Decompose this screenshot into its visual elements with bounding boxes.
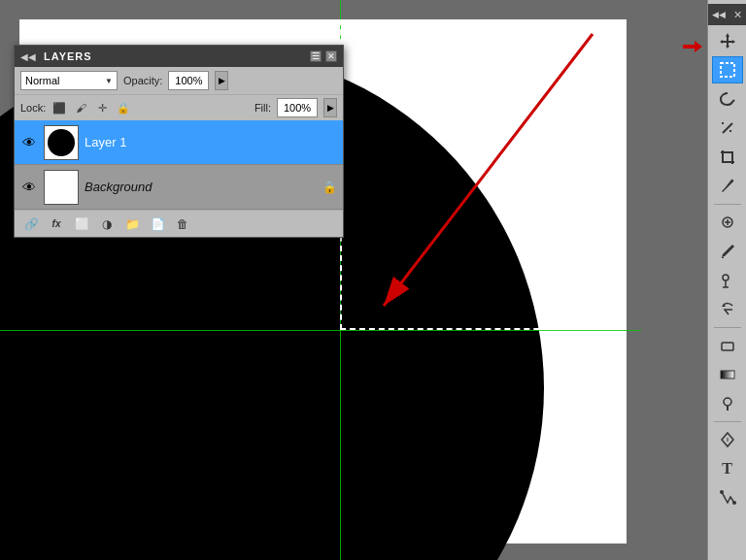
eyedropper-btn[interactable] xyxy=(712,173,743,200)
layer-item-background[interactable]: 👁 Background 🔒 xyxy=(15,165,343,210)
collapse-arrows[interactable]: ◀◀ xyxy=(20,51,36,62)
spot-heal-btn[interactable] xyxy=(712,209,743,236)
layers-panel: ◀◀ LAYERS ☰ ✕ Normal ▼ Opacity: 100% ▶ L… xyxy=(14,45,344,238)
add-mask-btn[interactable]: ⬜ xyxy=(71,214,92,234)
layer-item-layer1[interactable]: 👁 Layer 1 xyxy=(15,120,343,165)
layer-thumb-background xyxy=(44,170,79,205)
layer-name-layer1: Layer 1 xyxy=(85,135,337,149)
svg-point-11 xyxy=(723,275,729,280)
right-toolbar: ◀◀ ✕ xyxy=(707,0,746,560)
marquee-rect-tool-btn[interactable] xyxy=(712,56,743,83)
opacity-arrow-btn[interactable]: ▶ xyxy=(215,71,228,90)
layers-bottom-toolbar: 🔗 fx ⬜ ◑ 📁 📄 🗑 xyxy=(15,210,343,237)
toolbar-divider-1 xyxy=(714,204,741,205)
path-selection-btn[interactable] xyxy=(712,484,743,511)
history-brush-btn[interactable] xyxy=(712,296,743,323)
new-layer-btn[interactable]: 📄 xyxy=(147,214,168,234)
lock-label: Lock: xyxy=(20,102,46,114)
opacity-input[interactable]: 100% xyxy=(168,71,209,90)
red-arrow-right-indicator xyxy=(681,35,704,58)
layers-titlebar: ◀◀ LAYERS ☰ ✕ xyxy=(15,46,343,67)
fill-input[interactable]: 100% xyxy=(277,98,318,117)
svg-rect-2 xyxy=(721,63,734,77)
type-btn[interactable]: T xyxy=(712,455,743,482)
eye-icon-layer1[interactable]: 👁 xyxy=(20,134,38,151)
group-btn[interactable]: 📁 xyxy=(121,214,143,234)
lock-transparent-btn[interactable]: ⬛ xyxy=(51,100,67,115)
lock-all-btn[interactable]: 🔒 xyxy=(116,100,131,115)
svg-point-17 xyxy=(732,501,736,505)
gradient-btn[interactable] xyxy=(712,361,743,388)
lock-row: Lock: ⬛ 🖌 ✛ 🔒 Fill: 100% ▶ xyxy=(15,94,343,120)
toolbar-collapse-arrows[interactable]: ◀◀ xyxy=(712,10,726,19)
lasso-tool-btn[interactable] xyxy=(712,85,743,113)
svg-rect-12 xyxy=(722,343,733,350)
eraser-btn[interactable] xyxy=(712,332,743,359)
type-icon: T xyxy=(722,460,732,478)
panel-close-btn[interactable]: ✕ xyxy=(325,50,337,62)
eye-icon-background[interactable]: 👁 xyxy=(20,179,38,196)
toolbar-header: ◀◀ ✕ xyxy=(708,4,746,25)
adjustment-btn[interactable]: ◑ xyxy=(96,214,118,234)
crop-tool-btn[interactable] xyxy=(712,144,743,171)
svg-rect-13 xyxy=(721,371,734,379)
svg-point-16 xyxy=(720,490,724,494)
layers-title: LAYERS xyxy=(44,50,92,62)
dodge-btn[interactable] xyxy=(712,390,743,417)
clone-stamp-btn[interactable] xyxy=(712,267,743,294)
layers-list: 👁 Layer 1 👁 Background 🔒 xyxy=(15,120,343,210)
opacity-label: Opacity: xyxy=(123,75,162,86)
delete-layer-btn[interactable]: 🗑 xyxy=(172,214,193,234)
move-tool-btn[interactable] xyxy=(712,27,743,54)
toolbar-close-btn[interactable]: ✕ xyxy=(733,9,742,21)
toolbar-divider-2 xyxy=(714,327,741,328)
magic-wand-btn[interactable] xyxy=(712,115,743,142)
fill-label: Fill: xyxy=(254,102,271,114)
blend-mode-select[interactable]: Normal ▼ xyxy=(20,71,118,90)
toolbar-divider-3 xyxy=(714,421,741,422)
panel-menu-btn[interactable]: ☰ xyxy=(310,50,322,62)
blend-opacity-row: Normal ▼ Opacity: 100% ▶ xyxy=(15,67,343,94)
pen-btn[interactable] xyxy=(712,426,743,453)
layer-name-background: Background xyxy=(85,180,317,194)
brush-btn[interactable] xyxy=(712,238,743,265)
svg-point-14 xyxy=(724,398,731,406)
layer-thumb-layer1 xyxy=(44,125,79,160)
fill-arrow-btn[interactable]: ▶ xyxy=(323,98,337,117)
link-layers-btn[interactable]: 🔗 xyxy=(20,214,42,234)
lock-image-btn[interactable]: 🖌 xyxy=(73,100,88,115)
lock-position-btn[interactable]: ✛ xyxy=(94,100,110,115)
blend-arrow-icon: ▼ xyxy=(105,77,113,85)
guide-horizontal xyxy=(0,330,641,331)
layer-lock-icon: 🔒 xyxy=(322,181,337,194)
fx-btn[interactable]: fx xyxy=(46,214,67,234)
